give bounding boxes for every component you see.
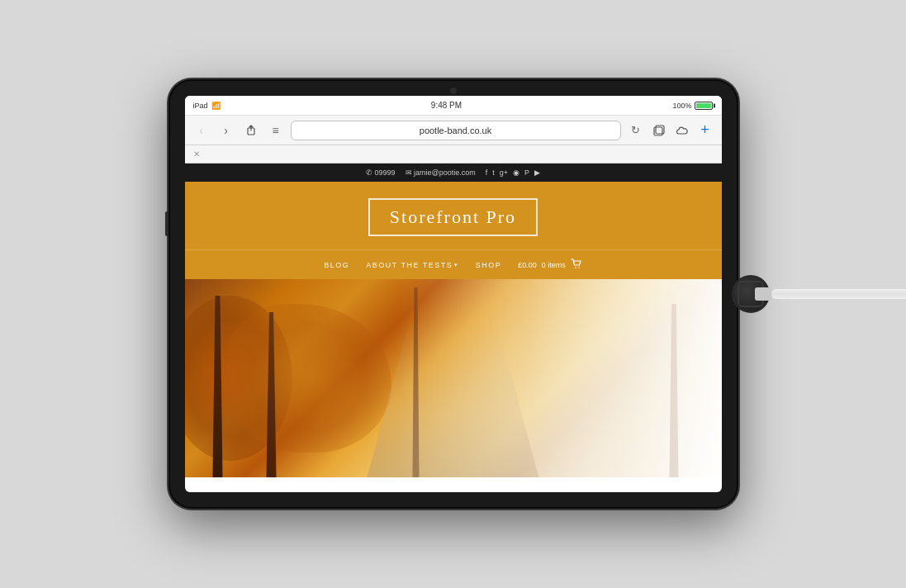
share-button[interactable] <box>241 121 261 140</box>
tab-close-icon[interactable]: ✕ <box>193 149 200 159</box>
cart-section[interactable]: £0.00 0 items <box>518 258 582 271</box>
browser-tab-bar: ✕ <box>185 145 722 164</box>
battery-fill <box>696 103 710 108</box>
svg-point-3 <box>575 267 576 268</box>
cable-connector <box>755 287 771 301</box>
fog-overlay <box>400 279 722 477</box>
ipad-device: iPad 📶 9:48 PM 100% ‹ › <box>168 79 738 509</box>
scene: iPad 📶 9:48 PM 100% ‹ › <box>0 0 906 588</box>
foliage-mid <box>226 304 391 453</box>
cart-icon <box>571 258 582 271</box>
about-dropdown-arrow: ▾ <box>454 262 459 268</box>
ipad-volume-button <box>165 211 168 236</box>
site-logo[interactable]: Storefront Pro <box>390 206 516 228</box>
add-tab-button[interactable]: + <box>695 121 715 140</box>
browser-actions: ↻ + <box>626 121 715 140</box>
ipad-label: iPad <box>193 102 208 110</box>
icloud-button[interactable] <box>672 121 692 140</box>
url-text: pootle-band.co.uk <box>420 126 491 135</box>
twitter-icon[interactable]: t <box>492 168 495 177</box>
battery-percent: 100% <box>672 102 691 110</box>
status-left: iPad 📶 <box>193 102 221 110</box>
hero-background <box>185 279 722 477</box>
website-content: ✆ 09999 ✉ jamie@pootie.com f t g+ ◉ P ▶ … <box>185 164 722 477</box>
menu-button[interactable]: ≡ <box>266 121 286 140</box>
browser-toolbar: ‹ › ≡ pootle-band.co.uk ↻ <box>185 116 722 145</box>
pinterest-icon[interactable]: P <box>524 168 529 177</box>
nav-blog[interactable]: BLOG <box>324 261 349 269</box>
status-right: 100% <box>672 102 713 110</box>
email-address: ✉ jamie@pootie.com <box>406 168 476 177</box>
site-header: Storefront Pro <box>185 182 722 249</box>
address-bar[interactable]: pootle-band.co.uk <box>291 121 621 140</box>
youtube-icon[interactable]: ▶ <box>534 168 540 177</box>
svg-point-4 <box>578 267 580 268</box>
cart-items-text: 0 items <box>542 261 566 269</box>
nav-about-tests[interactable]: ABOUT THE TESTS ▾ <box>366 261 459 269</box>
cart-amount: £0.00 <box>518 261 537 269</box>
battery-icon <box>695 102 713 110</box>
logo-box: Storefront Pro <box>368 198 538 236</box>
hero-image <box>185 279 722 477</box>
ipad-screen: iPad 📶 9:48 PM 100% ‹ › <box>185 96 722 492</box>
facebook-icon[interactable]: f <box>486 168 488 177</box>
tabs-button[interactable] <box>649 121 669 140</box>
site-navigation: BLOG ABOUT THE TESTS ▾ SHOP £0.00 0 item… <box>185 249 722 279</box>
google-plus-icon[interactable]: g+ <box>500 168 508 177</box>
reload-button[interactable]: ↻ <box>626 121 646 140</box>
instagram-icon[interactable]: ◉ <box>513 168 519 177</box>
status-time: 9:48 PM <box>431 101 462 110</box>
ios-status-bar: iPad 📶 9:48 PM 100% <box>185 96 722 116</box>
lightning-cable <box>771 289 907 299</box>
ipad-camera <box>450 88 457 94</box>
wifi-icon: 📶 <box>211 102 221 110</box>
social-icons: f t g+ ◉ P ▶ <box>486 168 540 177</box>
forward-button[interactable]: › <box>216 121 236 140</box>
phone-number: ✆ 09999 <box>366 168 396 177</box>
back-button[interactable]: ‹ <box>192 121 211 140</box>
site-top-bar: ✆ 09999 ✉ jamie@pootie.com f t g+ ◉ P ▶ <box>185 164 722 182</box>
nav-shop[interactable]: SHOP <box>476 261 502 269</box>
